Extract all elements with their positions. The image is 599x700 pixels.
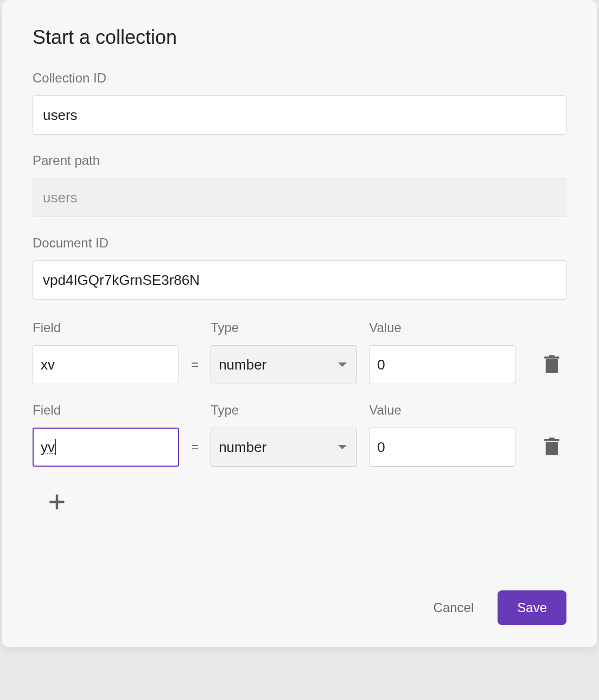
parent-path-group: Parent path (33, 153, 566, 217)
value-header: Value (369, 320, 515, 335)
field-name-input[interactable] (33, 345, 179, 384)
parent-path-label: Parent path (33, 153, 566, 168)
chevron-down-icon (338, 445, 347, 449)
field-row: Field = Type number Value (33, 320, 566, 384)
equals-sign: = (191, 345, 199, 384)
svg-rect-2 (549, 355, 555, 358)
document-id-label: Document ID (33, 236, 566, 251)
collection-id-input[interactable] (33, 96, 566, 135)
chevron-down-icon (338, 362, 347, 367)
equals-sign: = (191, 428, 199, 467)
svg-rect-0 (546, 359, 558, 373)
dialog-title: Start a collection (33, 26, 566, 49)
dialog-actions: Cancel Save (429, 590, 566, 625)
field-row: Field yv = Type number Value (33, 403, 566, 467)
svg-rect-7 (50, 501, 65, 504)
field-header: Field (33, 320, 179, 335)
delete-field-button[interactable] (537, 428, 566, 467)
document-id-group: Document ID (33, 236, 566, 300)
svg-rect-5 (549, 438, 555, 440)
svg-rect-3 (546, 442, 558, 455)
save-button[interactable]: Save (498, 590, 566, 625)
field-type-select[interactable]: number (211, 345, 357, 384)
cancel-button[interactable]: Cancel (429, 591, 479, 624)
field-header: Field (33, 403, 179, 418)
trash-icon (544, 437, 560, 457)
plus-icon (47, 492, 67, 512)
field-name-value: yv (41, 439, 55, 456)
type-header: Type (211, 320, 357, 335)
document-id-input[interactable] (33, 260, 566, 300)
add-field-button[interactable] (43, 488, 71, 516)
field-type-value: number (219, 439, 266, 456)
text-cursor (55, 439, 56, 455)
field-type-value: number (219, 357, 266, 373)
field-name-input[interactable]: yv (33, 428, 179, 467)
parent-path-input (33, 178, 566, 217)
trash-icon (544, 355, 560, 374)
field-value-input[interactable] (369, 428, 515, 467)
collection-id-label: Collection ID (33, 71, 566, 86)
delete-field-button[interactable] (537, 345, 566, 384)
field-type-select[interactable]: number (211, 428, 357, 467)
type-header: Type (211, 403, 357, 418)
collection-id-group: Collection ID (33, 71, 566, 135)
fields-area: Field = Type number Value (33, 320, 566, 516)
start-collection-dialog: Start a collection Collection ID Parent … (2, 0, 597, 647)
field-value-input[interactable] (369, 345, 515, 384)
value-header: Value (369, 403, 515, 418)
